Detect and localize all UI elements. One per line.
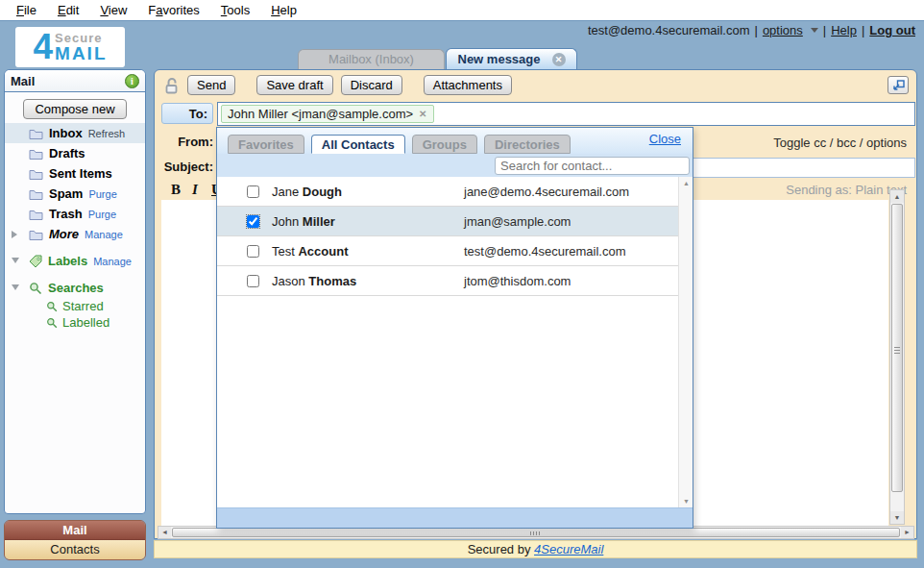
contact-picker-overlay: Favorites All Contacts Groups Directorie…	[216, 127, 693, 529]
tab-groups[interactable]: Groups	[412, 135, 477, 154]
options-dropdown-icon[interactable]	[811, 28, 818, 33]
unlocked-icon	[164, 77, 180, 94]
bold-button[interactable]: B	[171, 182, 181, 197]
sidebar-item-searches[interactable]: Searches	[5, 278, 145, 298]
tab-new-message[interactable]: New message ✕	[446, 48, 577, 69]
sidebar-item-labelled[interactable]: Labelled	[5, 314, 145, 331]
contact-row-jane-dough[interactable]: Jane Dough jane@demo.4securemail.com	[217, 177, 693, 207]
app-logo: 4 Secure MAIL	[15, 27, 125, 67]
options-link[interactable]: options	[763, 23, 803, 37]
contact-search-input[interactable]	[495, 157, 690, 175]
contact-list: Jane Dough jane@demo.4securemail.com Joh…	[217, 177, 693, 507]
compose-toolbar: Send Save draft Discard Attachments	[155, 70, 916, 100]
recipient-chip: John Miller <jman@sample.com> ✕	[221, 105, 434, 123]
logout-link[interactable]: Log out	[869, 23, 915, 37]
send-button[interactable]: Send	[187, 75, 235, 95]
menu-help[interactable]: Help	[260, 0, 307, 21]
popout-icon	[892, 80, 905, 91]
sidebar-item-starred[interactable]: Starred	[5, 298, 145, 314]
contact-row-john-miller[interactable]: John Miller jman@sample.com	[217, 207, 693, 236]
to-label: To:	[161, 103, 213, 124]
tab-directories[interactable]: Directories	[484, 135, 571, 154]
account-bar: test@demo.4securemail.com | options | He…	[588, 23, 915, 37]
folder-icon	[29, 229, 43, 240]
chip-remove-icon[interactable]: ✕	[419, 109, 426, 119]
picker-footer	[217, 507, 693, 528]
folder-icon	[29, 209, 43, 220]
scroll-up-icon[interactable]: ▲	[679, 180, 693, 186]
sidebar-item-sent-items[interactable]: Sent Items	[5, 163, 145, 184]
scroll-up-icon[interactable]: ▲	[890, 190, 904, 203]
bottom-nav: Mail Contacts	[4, 520, 146, 560]
contact-checkbox[interactable]	[247, 275, 259, 287]
horizontal-scrollbar-thumb[interactable]	[172, 528, 900, 537]
sidebar-item-spam[interactable]: Spam Purge	[5, 184, 145, 204]
brand-link[interactable]: 4SecureMail	[534, 542, 603, 556]
sidebar-header: Mail i	[5, 70, 145, 92]
nav-contacts-button[interactable]: Contacts	[5, 540, 145, 559]
menu-file[interactable]: File	[6, 0, 47, 21]
expander-collapsed-icon[interactable]	[12, 231, 17, 238]
search-icon	[29, 282, 42, 295]
folder-icon	[29, 128, 43, 139]
tab-all-contacts[interactable]: All Contacts	[311, 135, 405, 154]
scroll-left-icon[interactable]: ◄	[158, 527, 171, 538]
sidebar-mail-panel: Mail i Compose new Inbox Refresh Drafts …	[4, 69, 146, 514]
info-icon[interactable]: i	[125, 74, 139, 88]
webmail-app: File Edit View Favorites Tools Help test…	[0, 0, 924, 568]
account-email: test@demo.4securemail.com	[588, 23, 750, 37]
tag-icon	[29, 255, 42, 267]
scroll-right-icon[interactable]: ►	[901, 527, 913, 538]
picker-search-row	[217, 154, 693, 177]
to-input[interactable]: John Miller <jman@sample.com> ✕	[217, 102, 915, 126]
labels-manage-link[interactable]: Manage	[93, 256, 132, 267]
contact-checkbox[interactable]	[247, 245, 259, 258]
contact-checkbox[interactable]	[247, 215, 259, 228]
picker-close-link[interactable]: Close	[649, 132, 681, 146]
search-icon	[46, 317, 58, 329]
expander-expanded-icon[interactable]	[12, 284, 19, 290]
inbox-refresh-link[interactable]: Refresh	[88, 128, 126, 139]
folder-list: Inbox Refresh Drafts Sent Items Spam Pur…	[5, 123, 145, 244]
save-draft-button[interactable]: Save draft	[256, 75, 332, 95]
italic-button[interactable]: I	[192, 182, 198, 197]
browser-menu-bar: File Edit View Favorites Tools Help	[0, 0, 924, 21]
menu-view[interactable]: View	[89, 0, 137, 21]
sidebar-title: Mail	[11, 74, 35, 88]
to-row: To: John Miller <jman@sample.com> ✕	[155, 102, 916, 127]
tab-mailbox-inbox[interactable]: Mailbox (Inbox)	[298, 49, 445, 69]
secured-footer: Secured by 4SecureMail	[154, 540, 917, 558]
sidebar-item-inbox[interactable]: Inbox Refresh	[5, 123, 145, 143]
subject-label: Subject:	[157, 160, 213, 174]
discard-button[interactable]: Discard	[341, 75, 402, 95]
vertical-scrollbar-thumb[interactable]	[891, 204, 903, 492]
spam-purge-link[interactable]: Purge	[88, 188, 116, 200]
more-manage-link[interactable]: Manage	[85, 229, 123, 240]
scroll-down-icon[interactable]: ▼	[679, 498, 693, 505]
trash-purge-link[interactable]: Purge	[88, 209, 116, 220]
attachments-button[interactable]: Attachments	[424, 75, 512, 95]
sidebar-item-trash[interactable]: Trash Purge	[5, 204, 145, 224]
tab-favorites[interactable]: Favorites	[228, 135, 304, 154]
search-icon	[46, 301, 58, 312]
menu-edit[interactable]: Edit	[47, 0, 89, 21]
vertical-scrollbar[interactable]: ▲ ▼	[889, 189, 905, 525]
help-link[interactable]: Help	[831, 23, 857, 37]
contact-row-test-account[interactable]: Test Account test@demo.4securemail.com	[217, 236, 693, 266]
sidebar-item-more[interactable]: More Manage	[5, 224, 145, 244]
contact-picker-tabs: Favorites All Contacts Groups Directorie…	[217, 128, 693, 154]
menu-tools[interactable]: Tools	[210, 0, 260, 21]
contact-row-jason-thomas[interactable]: Jason Thomas jtom@thisdom.com	[217, 266, 693, 296]
tab-close-icon[interactable]: ✕	[552, 53, 566, 66]
popout-button[interactable]	[888, 76, 909, 94]
nav-mail-button[interactable]: Mail	[5, 521, 145, 540]
scroll-down-icon[interactable]: ▼	[890, 511, 904, 524]
compose-new-button[interactable]: Compose new	[23, 99, 126, 119]
toggle-cc-bcc-link[interactable]: Toggle cc / bcc / options	[773, 136, 907, 150]
contact-checkbox[interactable]	[247, 185, 259, 198]
sidebar-item-drafts[interactable]: Drafts	[5, 143, 145, 163]
sidebar-item-labels[interactable]: Labels Manage	[5, 251, 145, 271]
expander-expanded-icon[interactable]	[12, 258, 19, 263]
contact-list-scrollbar[interactable]: ▲ ▼	[678, 177, 693, 507]
menu-favorites[interactable]: Favorites	[137, 0, 209, 21]
